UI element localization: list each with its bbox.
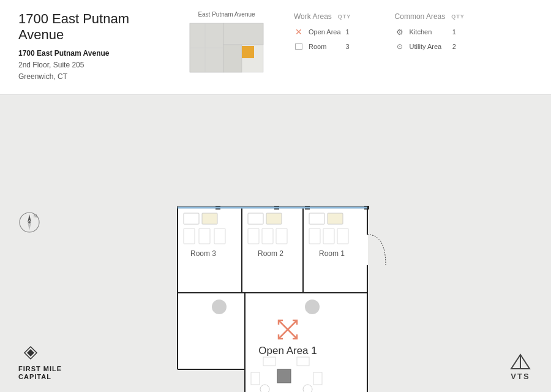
svg-rect-20 — [176, 369, 178, 392]
work-areas-header: Work Areas QTY — [294, 12, 358, 21]
svg-text:Room 2: Room 2 — [258, 249, 283, 258]
logo-line2: CAPITAL — [18, 373, 67, 381]
legend: Work Areas QTY ✕ Open Area 1 Room 3 Comm… — [276, 11, 533, 56]
common-areas-header: Common Areas QTY — [395, 12, 465, 21]
property-subtitle: 1700 East Putnam Avenue — [18, 48, 178, 59]
svg-point-46 — [212, 300, 227, 314]
building-map-label: East Putnam Avenue — [198, 11, 255, 18]
header: 1700 East Putnam Avenue 1700 East Putnam… — [0, 0, 551, 95]
svg-rect-32 — [202, 213, 217, 224]
common-areas-title: Common Areas — [395, 12, 446, 21]
building-thumbnail — [187, 20, 266, 88]
common-area-item-0: ⚙ Kitchen 1 — [395, 27, 465, 37]
work-area-item-1: Room 3 — [294, 42, 358, 51]
common-area-qty-0: 1 — [452, 28, 465, 36]
svg-text:N: N — [34, 214, 37, 218]
svg-rect-3 — [223, 45, 242, 72]
work-areas-title: Work Areas — [294, 12, 332, 21]
vts-logo: VTS — [508, 353, 533, 381]
work-area-qty-0: 1 — [346, 28, 358, 36]
svg-rect-17 — [178, 369, 245, 392]
svg-rect-42 — [328, 213, 343, 224]
property-info: 1700 East Putnam Avenue 1700 East Putnam… — [18, 11, 178, 83]
property-title: 1700 East Putnam Avenue — [18, 11, 178, 43]
property-address-line2: Greenwich, CT — [18, 71, 178, 83]
svg-rect-4 — [242, 46, 254, 58]
floorplan: Room 3 Room 2 Room 1 — [165, 198, 398, 392]
common-areas-qty-label: QTY — [451, 13, 465, 20]
work-area-label-0: Open Area — [309, 28, 341, 36]
svg-text:Room 3: Room 3 — [190, 249, 216, 258]
common-area-label-0: Kitchen — [410, 28, 448, 36]
utility-icon: ⊙ — [395, 42, 405, 51]
property-address-line1: 2nd Floor, Suite 205 — [18, 59, 178, 71]
svg-point-47 — [305, 300, 320, 314]
svg-point-11 — [28, 221, 31, 224]
expand-icon: ✕ — [294, 27, 304, 37]
svg-rect-2 — [223, 23, 263, 45]
svg-text:Open Area 1: Open Area 1 — [258, 345, 317, 356]
common-areas-section: Common Areas QTY ⚙ Kitchen 1 ⊙ Utility A… — [395, 12, 465, 56]
svg-rect-51 — [277, 369, 291, 383]
kitchen-icon: ⚙ — [395, 27, 405, 37]
svg-rect-37 — [266, 213, 282, 224]
logo-line1: FIRST MILE — [18, 365, 67, 373]
common-area-qty-1: 2 — [452, 43, 465, 50]
work-areas-qty-label: QTY — [338, 13, 351, 20]
common-area-item-1: ⊙ Utility Area 2 — [395, 42, 465, 51]
common-area-label-1: Utility Area — [410, 43, 448, 50]
room-box-icon — [294, 42, 304, 51]
first-mile-capital-logo: FIRST MILE CAPITAL — [18, 341, 67, 381]
vts-text: VTS — [511, 372, 530, 381]
main-area: N — [0, 95, 551, 392]
work-area-item-0: ✕ Open Area 1 — [294, 27, 358, 37]
svg-text:Room 1: Room 1 — [319, 249, 345, 258]
work-area-qty-1: 3 — [346, 43, 358, 50]
svg-marker-79 — [27, 349, 34, 356]
svg-rect-26 — [366, 235, 368, 265]
work-area-label-1: Room — [309, 43, 341, 50]
building-map: East Putnam Avenue — [178, 11, 276, 88]
compass: N — [18, 211, 40, 233]
work-areas-section: Work Areas QTY ✕ Open Area 1 Room 3 — [294, 12, 358, 56]
